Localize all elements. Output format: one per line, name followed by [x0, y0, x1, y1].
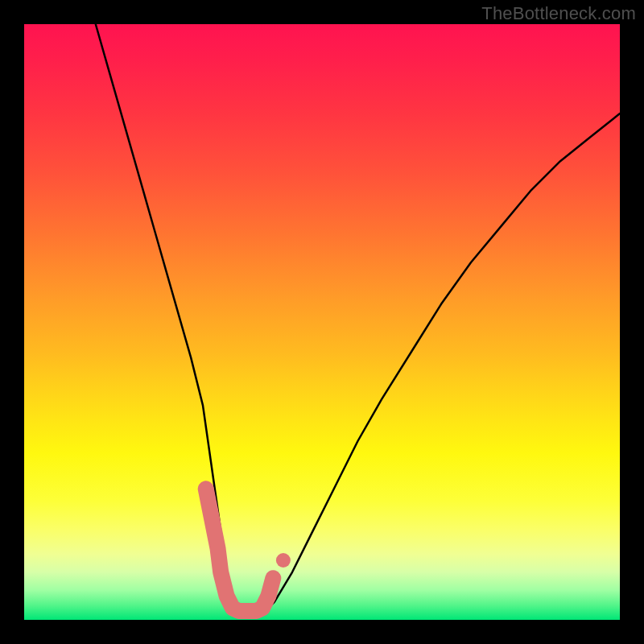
plot-background: [24, 24, 620, 620]
frame-border: [0, 0, 24, 644]
highlight-dot: [276, 553, 291, 568]
frame-border: [620, 0, 644, 644]
bottleneck-chart: [0, 0, 644, 644]
watermark-text: TheBottleneck.com: [481, 3, 636, 24]
chart-frame: TheBottleneck.com: [0, 0, 644, 644]
frame-border: [0, 620, 644, 644]
